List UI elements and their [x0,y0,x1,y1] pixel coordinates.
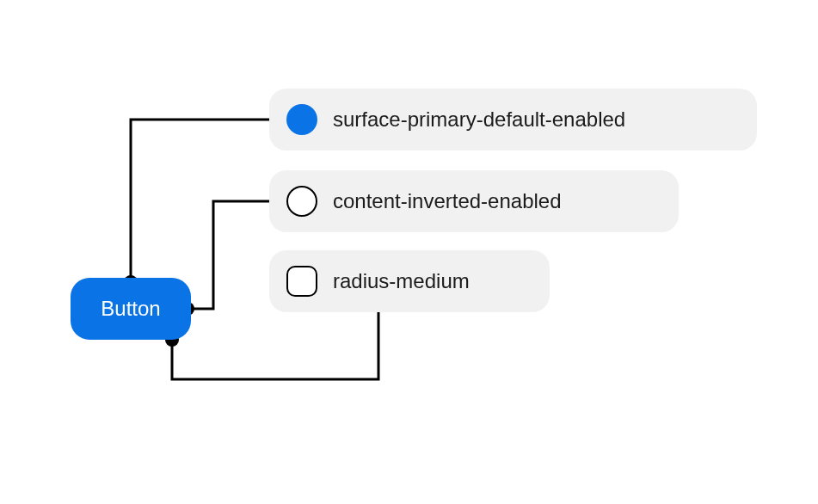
color-swatch-outline-icon [286,186,317,217]
token-label: content-inverted-enabled [333,189,562,213]
color-swatch-icon [286,104,317,135]
token-label: surface-primary-default-enabled [333,108,625,132]
token-label: radius-medium [333,269,470,293]
diagram-canvas: Button surface-primary-default-enabled c… [0,0,818,504]
example-button[interactable]: Button [71,278,191,340]
radius-swatch-icon [286,266,317,297]
token-pill-content: content-inverted-enabled [269,170,679,232]
example-button-label: Button [101,297,160,321]
token-pill-radius: radius-medium [269,250,550,312]
token-pill-surface: surface-primary-default-enabled [269,89,757,151]
